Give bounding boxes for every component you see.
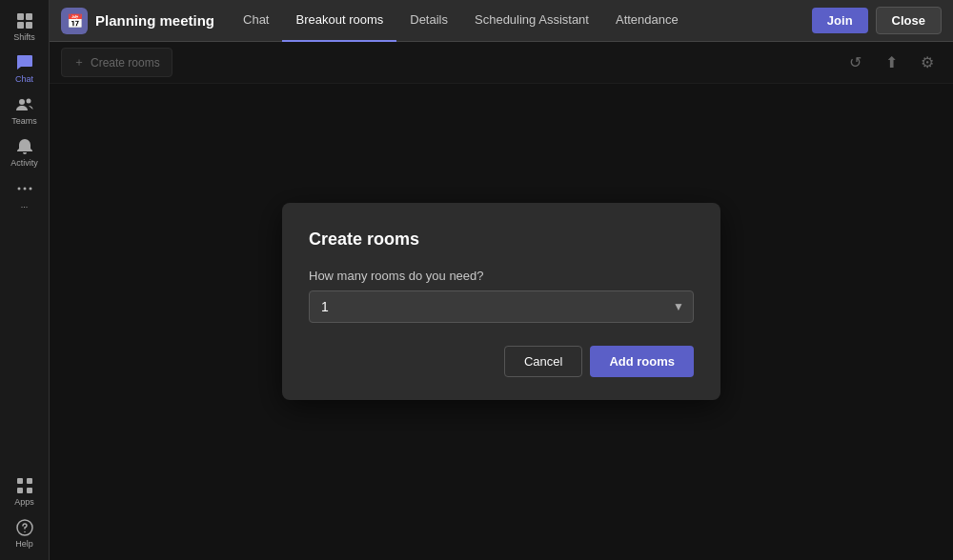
sidebar-item-chat[interactable]: Chat xyxy=(2,48,48,90)
svg-point-14 xyxy=(24,531,26,533)
meeting-icon: 📅 xyxy=(61,8,88,34)
tab-scheduling-assistant[interactable]: Scheduling Assistant xyxy=(461,0,602,42)
sidebar-item-more-label: ... xyxy=(21,200,29,210)
modal-overlay: Create rooms How many rooms do you need?… xyxy=(50,42,953,560)
svg-rect-9 xyxy=(17,478,23,484)
sidebar-item-teams-label: Teams xyxy=(11,116,37,126)
svg-point-6 xyxy=(17,188,20,190)
sidebar-item-help-label: Help xyxy=(15,539,33,549)
sidebar-item-activity[interactable]: Activity xyxy=(2,131,48,173)
rooms-select-wrapper: 1 2 3 4 5 6 7 8 9 10 ▼ xyxy=(309,290,694,323)
sidebar-item-chat-label: Chat xyxy=(15,74,33,84)
svg-rect-0 xyxy=(17,13,24,20)
sidebar-item-shifts-label: Shifts xyxy=(13,32,35,42)
topbar: 📅 Planning meeting Chat Breakout rooms D… xyxy=(50,0,953,42)
create-rooms-modal: Create rooms How many rooms do you need?… xyxy=(282,203,720,400)
sidebar-item-apps-label: Apps xyxy=(14,497,34,507)
sidebar-item-apps[interactable]: Apps xyxy=(2,470,48,512)
bell-icon xyxy=(15,137,34,156)
meeting-title: Planning meeting xyxy=(95,12,214,29)
svg-point-5 xyxy=(26,99,30,104)
chat-icon xyxy=(15,53,34,72)
svg-rect-10 xyxy=(27,478,32,484)
rooms-count-select[interactable]: 1 2 3 4 5 6 7 8 9 10 xyxy=(309,290,694,323)
apps-icon xyxy=(15,476,34,495)
tab-breakout-rooms[interactable]: Breakout rooms xyxy=(282,0,396,42)
tab-chat[interactable]: Chat xyxy=(230,0,282,42)
svg-point-7 xyxy=(23,188,26,190)
tab-details[interactable]: Details xyxy=(396,0,461,42)
content-area: ＋ Create rooms ↺ ⬆ ⚙ 😊 👤 🙂 See your room… xyxy=(50,42,953,560)
tab-attendance[interactable]: Attendance xyxy=(602,0,692,42)
modal-title: Create rooms xyxy=(309,230,694,250)
modal-actions: Cancel Add rooms xyxy=(309,346,694,377)
svg-point-4 xyxy=(19,99,25,105)
svg-point-8 xyxy=(29,188,31,190)
more-icon xyxy=(15,179,34,198)
cancel-button[interactable]: Cancel xyxy=(504,346,582,377)
svg-rect-12 xyxy=(27,488,32,493)
join-button[interactable]: Join xyxy=(812,8,868,33)
sidebar-item-teams[interactable]: Teams xyxy=(2,90,48,131)
svg-rect-3 xyxy=(26,22,32,29)
rooms-question-label: How many rooms do you need? xyxy=(309,269,694,283)
help-icon xyxy=(15,518,34,537)
tab-nav: Chat Breakout rooms Details Scheduling A… xyxy=(230,0,692,42)
main-area: 📅 Planning meeting Chat Breakout rooms D… xyxy=(50,0,953,560)
sidebar: Shifts Chat Teams Activity ... Apps xyxy=(0,0,50,560)
sidebar-item-help[interactable]: Help xyxy=(2,512,48,554)
svg-rect-2 xyxy=(17,22,24,29)
sidebar-item-more[interactable]: ... xyxy=(2,173,48,215)
sidebar-item-activity-label: Activity xyxy=(10,158,38,168)
sidebar-item-shifts[interactable]: Shifts xyxy=(2,6,48,48)
teams-icon xyxy=(15,95,34,114)
close-button[interactable]: Close xyxy=(876,7,942,34)
add-rooms-button[interactable]: Add rooms xyxy=(590,346,694,377)
grid-icon xyxy=(15,11,34,30)
svg-rect-11 xyxy=(17,488,23,493)
svg-rect-1 xyxy=(26,13,32,20)
